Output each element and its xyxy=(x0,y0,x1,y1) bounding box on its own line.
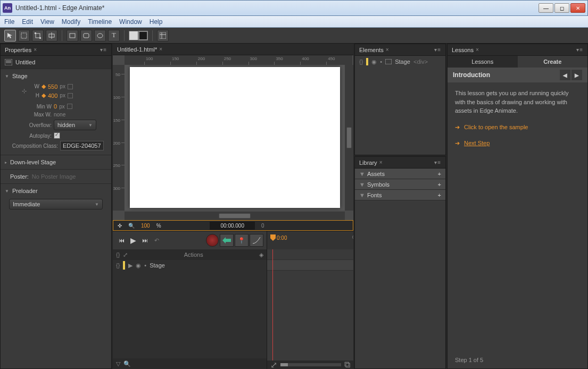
playhead-line[interactable] xyxy=(272,249,273,360)
ellipse-tool[interactable] xyxy=(94,30,106,41)
maximize-button[interactable]: ◻ xyxy=(554,3,569,13)
elements-tab[interactable]: Elements × ▾≡ xyxy=(355,44,445,56)
menu-window[interactable]: Window xyxy=(119,18,142,26)
actions-row[interactable]: {} ⤢ Actions ◈ xyxy=(113,249,267,260)
time-ruler[interactable]: 0:00 0:01 xyxy=(267,231,353,249)
stage-canvas[interactable] xyxy=(130,67,340,208)
panel-options-icon[interactable]: ▾≡ xyxy=(100,47,107,53)
add-icon[interactable]: + xyxy=(438,171,441,177)
preloader-dropdown[interactable]: Immediate▼ xyxy=(9,199,103,209)
h-toggle[interactable] xyxy=(68,93,73,98)
preloader-header[interactable]: ▼Preloader xyxy=(5,186,107,196)
downlevel-section[interactable]: ▸Down-level Stage xyxy=(1,155,111,169)
lib-assets[interactable]: ▼Assets+ xyxy=(355,169,445,179)
tab-create[interactable]: Create xyxy=(518,56,588,68)
close-button[interactable]: ✕ xyxy=(570,3,585,13)
w-toggle[interactable] xyxy=(68,84,73,89)
eye-icon[interactable]: ◉ xyxy=(136,262,141,269)
max-w[interactable]: none xyxy=(54,112,65,118)
menu-file[interactable]: File xyxy=(4,18,14,26)
add-icon[interactable]: + xyxy=(438,181,441,188)
expand-icon[interactable]: ⤢ xyxy=(270,360,277,370)
timeline-tracks[interactable]: 0:00 0:01 ⤢ ⧉ xyxy=(267,231,353,369)
round-rect-tool[interactable] xyxy=(80,30,92,41)
element-stage-row[interactable]: {} ◉ • Stage <div> xyxy=(355,56,445,68)
auto-keyframe-button[interactable] xyxy=(220,234,234,247)
stage-h[interactable]: 400 xyxy=(48,93,57,99)
h-scrollbar[interactable] xyxy=(125,212,345,220)
lock-icon[interactable]: • xyxy=(144,262,146,269)
poster-section[interactable]: ▸Poster:No Poster Image xyxy=(1,169,111,183)
forward-button[interactable]: ⏭ xyxy=(139,235,150,246)
close-icon[interactable]: × xyxy=(159,46,162,52)
comp-class-input[interactable] xyxy=(60,141,104,150)
lib-symbols[interactable]: ▼Symbols+ xyxy=(355,179,445,190)
v-scrollbar[interactable] xyxy=(345,65,353,211)
fg-swatch[interactable] xyxy=(129,31,138,40)
stage-tab[interactable]: Untitled-1.html* × xyxy=(113,44,353,55)
stage-timeline-row[interactable]: {} ▶ ◉ • Stage xyxy=(113,260,267,271)
layout-tool[interactable] xyxy=(157,30,169,41)
open-sample-link[interactable]: ➔Click to open the sample xyxy=(455,123,580,132)
stage-section-header[interactable]: ▼Stage xyxy=(5,71,107,81)
marquee-tool[interactable] xyxy=(18,30,30,41)
lib-fonts[interactable]: ▼Fonts+ xyxy=(355,190,445,200)
min-w[interactable]: 0 xyxy=(54,103,57,110)
overflow-dropdown[interactable]: hidden▼ xyxy=(54,120,96,130)
zoom-icon[interactable]: 🔍 xyxy=(128,223,135,229)
stage-w[interactable]: 550 xyxy=(48,83,57,90)
tab-lessons[interactable]: Lessons xyxy=(448,56,518,68)
menu-timeline[interactable]: Timeline xyxy=(88,18,112,26)
canvas-viewport[interactable] xyxy=(125,65,345,211)
transform-tool[interactable] xyxy=(32,30,44,41)
window-controls: — ◻ ✕ xyxy=(539,3,585,13)
rewind-button[interactable]: ⏮ xyxy=(116,235,127,246)
bg-swatch[interactable] xyxy=(138,31,148,40)
prev-lesson-button[interactable]: ◀ xyxy=(560,70,570,80)
add-action-icon[interactable]: ◈ xyxy=(259,251,263,258)
play-button[interactable]: ▶ xyxy=(128,235,138,246)
zoom-timeline-icon[interactable]: 🔍 xyxy=(123,360,131,367)
menu-edit[interactable]: Edit xyxy=(22,18,33,26)
pin-button[interactable]: 📍 xyxy=(235,234,249,247)
autoplay-checkbox[interactable] xyxy=(54,132,60,139)
text-tool[interactable]: T xyxy=(108,30,120,41)
crosshair-icon[interactable]: ✜ xyxy=(118,223,122,229)
next-lesson-button[interactable]: ▶ xyxy=(572,70,582,80)
minw-toggle[interactable] xyxy=(67,104,72,109)
close-icon[interactable]: × xyxy=(379,160,383,165)
next-step-link[interactable]: ➔Next Step xyxy=(455,139,580,148)
pointer-tool[interactable] xyxy=(4,30,16,41)
link-wh-icon[interactable]: ⊹ xyxy=(22,88,27,95)
close-icon[interactable]: × xyxy=(386,47,389,53)
clip-tool[interactable] xyxy=(46,30,57,41)
minimize-button[interactable]: — xyxy=(539,3,553,13)
snap-icon[interactable]: ⧉ xyxy=(344,360,350,369)
lock-icon[interactable]: • xyxy=(380,58,382,65)
easing-button[interactable] xyxy=(250,234,263,247)
panel-options-icon[interactable]: ▾≡ xyxy=(434,47,441,53)
close-icon[interactable]: × xyxy=(34,47,37,53)
lesson-title-bar: Introduction ◀ ▶ xyxy=(448,68,587,82)
properties-tab[interactable]: Properties × ▾≡ xyxy=(1,44,111,56)
workspace: Properties × ▾≡ Untitled ▼Stage ⊹ W◆550p… xyxy=(0,44,588,369)
filter-icon[interactable]: ▽ xyxy=(116,360,120,367)
menu-modify[interactable]: Modify xyxy=(62,18,80,26)
library-tab[interactable]: Library × ▾≡ xyxy=(355,157,445,169)
menu-help[interactable]: Help xyxy=(150,18,163,26)
close-icon[interactable]: × xyxy=(476,47,479,53)
collapse-icon[interactable]: ⤢ xyxy=(123,251,128,258)
record-button[interactable] xyxy=(206,234,219,247)
playhead-marker[interactable]: 0:00 xyxy=(270,234,287,241)
return-button[interactable]: ↶ xyxy=(151,235,162,246)
eye-icon[interactable]: ◉ xyxy=(371,58,377,65)
rect-tool[interactable] xyxy=(67,30,78,41)
separator xyxy=(62,30,62,41)
add-icon[interactable]: + xyxy=(438,192,441,198)
zoom-value[interactable]: 100 xyxy=(141,223,150,229)
menu-view[interactable]: View xyxy=(40,18,54,26)
lessons-tab-header[interactable]: Lessons × ▾≡ xyxy=(448,44,587,56)
lessons-panel: Lessons × ▾≡ Lessons Create Introduction… xyxy=(447,44,588,369)
panel-options-icon[interactable]: ▾≡ xyxy=(434,160,441,165)
panel-options-icon[interactable]: ▾≡ xyxy=(576,47,583,53)
